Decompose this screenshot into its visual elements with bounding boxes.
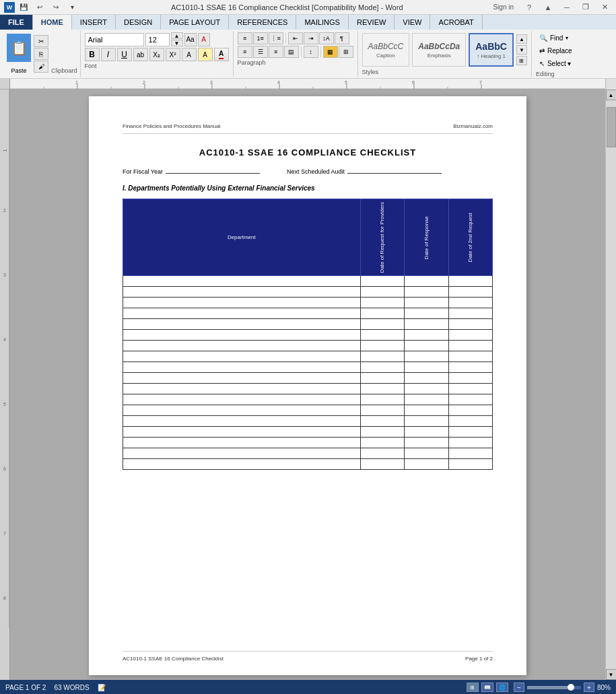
zoom-out-btn[interactable]: −: [514, 683, 524, 692]
paste-button[interactable]: 📋 Paste: [5, 32, 32, 75]
clear-format-button[interactable]: Aa: [184, 33, 197, 46]
2nd-request-cell: [448, 427, 493, 438]
show-formatting-button[interactable]: ¶: [335, 32, 349, 44]
restore-button[interactable]: ❐: [577, 1, 594, 13]
2nd-request-cell: [448, 287, 493, 298]
underline-button[interactable]: U: [117, 48, 132, 61]
superscript-button[interactable]: X²: [166, 48, 180, 61]
bullets-button[interactable]: ≡: [238, 32, 252, 44]
response-cell: [405, 416, 448, 427]
col-2nd-request: Date of 2nd Request: [448, 199, 493, 276]
numbering-button[interactable]: 1≡: [253, 32, 268, 44]
text-effects-button[interactable]: A: [182, 48, 197, 61]
style-caption[interactable]: AaBbCcC Caption: [362, 33, 410, 67]
print-layout-btn[interactable]: ⊞: [467, 683, 479, 692]
caption-label: Caption: [376, 53, 395, 59]
minimize-button[interactable]: ─: [558, 1, 576, 13]
tab-acrobat[interactable]: ACROBAT: [430, 15, 482, 30]
zoom-in-btn[interactable]: +: [584, 683, 594, 692]
doc-title: AC1010-1 SSAE 16 COMPLIANCE CHECKLIST: [123, 147, 493, 158]
italic-button[interactable]: I: [101, 48, 116, 61]
para-row1: ≡ 1≡ ⋮≡ ⇤ ⇥ ↕A ¶: [238, 32, 353, 44]
cut-button[interactable]: ✂: [34, 35, 48, 47]
format-painter-button[interactable]: 🖌: [34, 61, 48, 73]
quick-access-undo[interactable]: ↩: [32, 1, 47, 13]
line-spacing-button[interactable]: ↕: [304, 46, 318, 58]
view-buttons: ⊞ 📖 🌐: [467, 683, 508, 692]
scroll-track[interactable]: [606, 100, 617, 669]
response-cell: [405, 298, 448, 308]
font-name-input[interactable]: [85, 33, 144, 46]
2nd-request-cell: [448, 351, 493, 362]
response-cell: [405, 427, 448, 438]
scroll-up-button[interactable]: ▲: [606, 90, 617, 100]
sign-in-link[interactable]: Sign in: [493, 3, 514, 11]
tab-view[interactable]: VIEW: [395, 15, 430, 30]
multilevel-list-button[interactable]: ⋮≡: [269, 32, 283, 44]
next-audit-field: Next Scheduled Audit: [287, 167, 442, 175]
svg-text:3: 3: [210, 80, 213, 85]
web-layout-btn[interactable]: 🌐: [496, 683, 508, 692]
read-mode-btn[interactable]: 📖: [481, 683, 493, 692]
proofing-icon[interactable]: 📝: [98, 684, 106, 691]
tab-mailings[interactable]: MAILINGS: [296, 15, 349, 30]
style-emphasis[interactable]: AaBbCcDa Emphasis: [412, 33, 466, 67]
justify-button[interactable]: ▤: [284, 46, 299, 58]
align-center-button[interactable]: ☰: [253, 46, 268, 58]
2nd-request-cell: [448, 341, 493, 351]
status-right: ⊞ 📖 🌐 − + 80%: [467, 683, 611, 692]
font-color-button[interactable]: A: [214, 48, 229, 61]
tab-references[interactable]: REFERENCES: [229, 15, 296, 30]
sort-button[interactable]: ↕A: [319, 32, 334, 44]
close-button[interactable]: ✕: [596, 1, 613, 13]
tab-home[interactable]: HOME: [33, 15, 72, 30]
quick-access-redo[interactable]: ↪: [48, 1, 63, 13]
border-button[interactable]: ⊞: [339, 46, 353, 58]
find-button[interactable]: 🔍 Find ▾: [536, 32, 576, 44]
title-bar: W 💾 ↩ ↪ ▾ AC1010-1 SSAE 16 Compliance Ch…: [0, 0, 616, 15]
table-row: [123, 319, 493, 330]
zoom-percent[interactable]: 80%: [597, 684, 611, 691]
style-heading1[interactable]: AaBbC ↑ Heading 1: [469, 33, 514, 67]
select-button[interactable]: ↖ Select ▾: [536, 58, 576, 69]
strikethrough-button[interactable]: ab: [133, 48, 148, 61]
ruler-mark-7: 7: [0, 531, 9, 536]
ribbon-toggle[interactable]: ▲: [539, 1, 557, 13]
decrease-indent-button[interactable]: ⇤: [288, 32, 303, 44]
copy-button[interactable]: ⎘: [34, 48, 48, 60]
tab-insert[interactable]: INSERT: [72, 15, 116, 30]
quick-access-more[interactable]: ▾: [65, 1, 79, 13]
align-right-button[interactable]: ≡: [269, 46, 283, 58]
replace-button[interactable]: ⇄ Replace: [536, 45, 576, 57]
request-cell: [360, 308, 404, 319]
scroll-down-button[interactable]: ▼: [606, 669, 617, 680]
editing-group-label: Editing: [536, 71, 576, 77]
scroll-thumb[interactable]: [607, 107, 616, 147]
font-size-input[interactable]: [145, 33, 170, 46]
tab-file[interactable]: FILE: [0, 15, 33, 30]
styles-scroll-up[interactable]: ▲: [516, 34, 527, 44]
ruler-mark-1: 1: [3, 146, 7, 155]
response-cell: [405, 384, 448, 394]
font-increase-button[interactable]: ▲: [171, 32, 183, 39]
align-left-button[interactable]: ≡: [238, 46, 252, 58]
help-button[interactable]: ?: [520, 1, 538, 13]
tab-review[interactable]: REVIEW: [349, 15, 395, 30]
tab-design[interactable]: DESIGN: [116, 15, 161, 30]
response-cell: [405, 287, 448, 298]
tab-page-layout[interactable]: PAGE LAYOUT: [161, 15, 229, 30]
subscript-button[interactable]: X₂: [149, 48, 164, 61]
svg-text:4: 4: [277, 80, 280, 85]
highlight-color-button[interactable]: A: [198, 48, 213, 61]
quick-access-save[interactable]: 💾: [16, 1, 31, 13]
dept-cell: [123, 459, 361, 470]
zoom-slider[interactable]: [527, 686, 581, 689]
bold-button[interactable]: B: [85, 48, 100, 61]
font-decrease-button[interactable]: ▼: [171, 40, 183, 46]
styles-expand[interactable]: ⊞: [516, 56, 527, 65]
2nd-request-cell: [448, 459, 493, 470]
shading-button[interactable]: ▦: [323, 46, 338, 58]
increase-indent-button[interactable]: ⇥: [304, 32, 318, 44]
styles-scroll-down[interactable]: ▼: [516, 45, 527, 55]
text-highlight-button[interactable]: A: [198, 33, 210, 46]
